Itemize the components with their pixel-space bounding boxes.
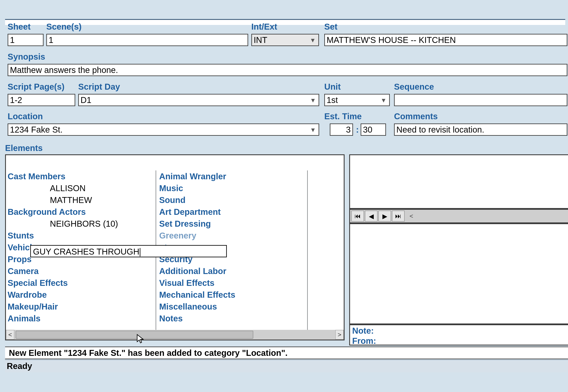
elements-horizontal-scrollbar[interactable]: < > <box>6 330 344 340</box>
nav-next-button[interactable]: ▶ <box>378 210 391 222</box>
element-category[interactable]: Background Actors <box>8 206 156 218</box>
element-item[interactable]: NEIGHBORS (10) <box>50 218 156 230</box>
comments-field[interactable] <box>394 124 567 136</box>
time-colon: : <box>356 124 359 136</box>
element-category[interactable]: Music <box>159 182 307 194</box>
intext-value: INT <box>254 35 267 45</box>
unit-value: 1st <box>327 95 338 105</box>
sheet-field[interactable] <box>8 34 43 46</box>
preview-mid-pane <box>349 223 568 324</box>
nav-prev-button[interactable]: ◀ <box>365 210 377 222</box>
element-category[interactable]: Additional Labor <box>159 265 307 277</box>
chevron-down-icon: ▾ <box>311 36 315 44</box>
sequence-label: Sequence <box>394 82 434 92</box>
sequence-field[interactable] <box>394 94 567 106</box>
nav-collapse-button[interactable]: < <box>405 211 417 221</box>
element-category[interactable]: Animals <box>8 312 156 324</box>
from-label: From: <box>352 336 568 346</box>
script-pages-field[interactable] <box>8 94 75 106</box>
elements-label: Elements <box>5 143 43 153</box>
scenes-label: Scene(s) <box>46 22 82 31</box>
element-category[interactable]: Set Dressing <box>159 218 307 230</box>
preview-top-pane <box>349 154 568 209</box>
scroll-left-icon[interactable]: < <box>6 330 14 340</box>
message-strip: New Element "1234 Fake St." has been add… <box>5 347 568 359</box>
note-label: Note: <box>352 326 568 336</box>
chevron-down-icon: ▾ <box>382 96 385 104</box>
synopsis-label: Synopsis <box>8 52 45 62</box>
element-category[interactable]: Makeup/Hair <box>8 301 156 312</box>
text-caret-icon <box>140 248 140 256</box>
element-item[interactable]: ALLISON <box>50 182 156 194</box>
script-day-combo[interactable]: D1 ▾ <box>78 94 319 106</box>
chevron-down-icon: ▾ <box>311 125 315 134</box>
element-category[interactable]: Mechanical Effects <box>159 289 307 301</box>
intext-combo[interactable]: INT ▾ <box>251 34 319 46</box>
element-category[interactable]: Stunts <box>8 230 156 241</box>
element-category[interactable]: Wardrobe <box>8 289 156 301</box>
unit-combo[interactable]: 1st ▾ <box>324 94 390 106</box>
element-category[interactable]: Greenery <box>159 230 307 241</box>
element-inline-editor[interactable]: GUY CRASHES THROUGH <box>30 245 227 257</box>
scenes-field[interactable] <box>46 34 248 46</box>
nav-last-button[interactable]: ⏭ <box>392 210 405 222</box>
intext-label: Int/Ext <box>251 22 277 31</box>
element-category[interactable]: Camera <box>8 265 156 277</box>
set-field[interactable] <box>324 34 567 46</box>
location-value: 1234 Fake St. <box>10 125 63 134</box>
set-label: Set <box>324 22 337 31</box>
est-time-label: Est. Time <box>324 112 362 121</box>
element-category[interactable]: Miscellaneous <box>159 301 307 312</box>
sheet-label: Sheet <box>8 22 31 31</box>
script-pages-label: Script Page(s) <box>8 82 65 92</box>
preview-panel: ⏮ ◀ ▶ ⏭ < Note: From: <box>349 154 568 340</box>
element-category[interactable]: Notes <box>159 312 307 324</box>
element-category[interactable]: Special Effects <box>8 277 156 289</box>
unit-label: Unit <box>324 82 341 92</box>
element-item[interactable]: MATTHEW <box>50 194 156 206</box>
synopsis-field[interactable] <box>8 64 567 76</box>
element-category[interactable]: Cast Members <box>8 170 156 182</box>
script-day-value: D1 <box>81 95 91 105</box>
element-category[interactable]: Sound <box>159 194 307 206</box>
location-combo[interactable]: 1234 Fake St. ▾ <box>8 124 319 136</box>
element-category[interactable]: Visual Effects <box>159 277 307 289</box>
comments-label: Comments <box>394 112 438 121</box>
est-time-minutes-field[interactable] <box>361 124 386 136</box>
preview-nav-bar: ⏮ ◀ ▶ ⏭ < <box>349 209 568 223</box>
elements-panel: Cast MembersALLISONMATTHEWBackground Act… <box>5 154 345 340</box>
est-time-hours-field[interactable] <box>330 124 353 136</box>
inline-editor-value: GUY CRASHES THROUGH <box>33 247 139 256</box>
note-pane: Note: From: <box>349 324 568 346</box>
nav-first-button[interactable]: ⏮ <box>351 210 364 222</box>
element-category[interactable]: Art Department <box>159 206 307 218</box>
scrollbar-thumb[interactable] <box>16 331 253 339</box>
script-day-label: Script Day <box>78 82 120 92</box>
scroll-right-icon[interactable]: > <box>335 330 344 340</box>
chevron-down-icon: ▾ <box>311 96 315 104</box>
location-label: Location <box>8 112 43 121</box>
element-category[interactable]: Animal Wrangler <box>159 170 307 182</box>
status-bar: Ready <box>5 360 568 372</box>
